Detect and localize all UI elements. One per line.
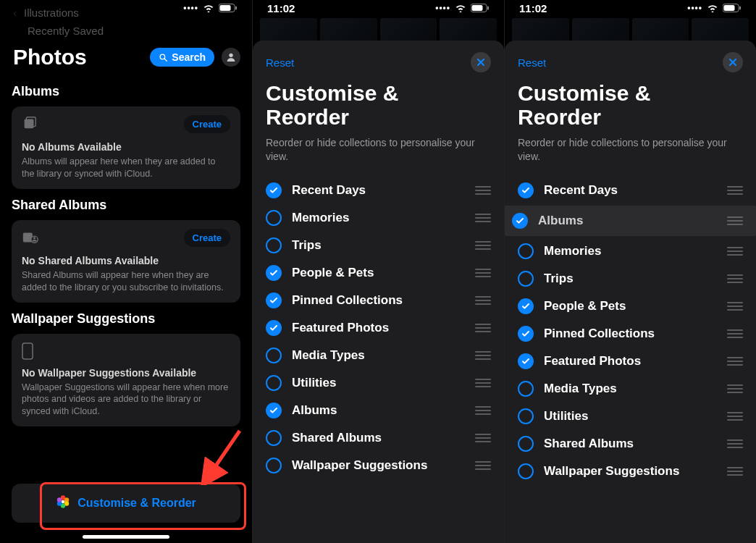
list-item[interactable]: Albums — [505, 206, 756, 236]
list-item[interactable]: Utilities — [266, 369, 491, 397]
checkbox-checked-icon[interactable] — [518, 353, 534, 369]
section-title: Shared Albums — [12, 198, 240, 213]
list-item[interactable]: Memories — [266, 204, 491, 232]
list-item-label: Trips — [544, 272, 717, 286]
drag-handle-icon[interactable] — [727, 467, 743, 476]
drag-handle-icon[interactable] — [727, 274, 743, 283]
list-item[interactable]: Shared Albums — [266, 424, 491, 452]
list-item[interactable]: Wallpaper Suggestions — [266, 452, 491, 479]
checkbox-checked-icon[interactable] — [266, 403, 282, 418]
drag-handle-icon[interactable] — [475, 351, 491, 360]
empty-sub: Wallpaper Suggestions will appear here w… — [22, 382, 230, 418]
checkbox-unchecked-icon[interactable] — [266, 210, 282, 226]
customise-reorder-button[interactable]: Customise & Reorder — [12, 484, 240, 523]
checkbox-checked-icon[interactable] — [266, 320, 282, 336]
close-button[interactable] — [723, 52, 743, 72]
drag-handle-icon[interactable] — [475, 461, 491, 470]
list-item[interactable]: Media Types — [518, 375, 743, 403]
list-item-label: Media Types — [544, 382, 717, 396]
create-button[interactable]: Create — [184, 229, 230, 247]
list-item[interactable]: Media Types — [266, 342, 491, 369]
list-item[interactable]: Pinned Collections — [518, 320, 743, 348]
list-item[interactable]: People & Pets — [266, 259, 491, 287]
home-indicator[interactable] — [83, 535, 169, 539]
drag-handle-icon[interactable] — [727, 247, 743, 256]
reset-button[interactable]: Reset — [266, 56, 294, 69]
list-item[interactable]: Featured Photos — [266, 314, 491, 342]
drag-handle-icon[interactable] — [475, 186, 491, 195]
profile-button[interactable] — [222, 48, 240, 67]
checkbox-checked-icon[interactable] — [266, 265, 282, 281]
search-button[interactable]: Search — [150, 48, 214, 67]
checkbox-unchecked-icon[interactable] — [518, 381, 534, 397]
list-item[interactable]: People & Pets — [518, 292, 743, 320]
drag-handle-icon[interactable] — [475, 241, 491, 250]
list-item[interactable]: Recent Days — [518, 177, 743, 204]
status-bar: 11:02 •••• — [505, 0, 756, 16]
sheet-subtitle: Reorder or hide collections to personali… — [266, 136, 491, 164]
checkbox-checked-icon[interactable] — [518, 298, 534, 314]
checkbox-checked-icon[interactable] — [518, 326, 534, 342]
drag-handle-icon[interactable] — [727, 384, 743, 393]
list-item[interactable]: Pinned Collections — [266, 287, 491, 314]
reorder-list: Recent DaysMemoriesTripsPeople & PetsPin… — [266, 177, 491, 479]
list-item[interactable]: Recent Days — [266, 177, 491, 204]
checkbox-unchecked-icon[interactable] — [266, 430, 282, 446]
list-item[interactable]: Wallpaper Suggestions — [518, 458, 743, 485]
list-item[interactable]: Albums — [266, 397, 491, 424]
empty-heading: No Albums Available — [22, 141, 230, 153]
drag-handle-icon[interactable] — [475, 296, 491, 305]
drag-handle-icon[interactable] — [475, 434, 491, 442]
section-title: Albums — [12, 84, 240, 99]
drag-handle-icon[interactable] — [475, 379, 491, 387]
drag-handle-icon[interactable] — [475, 214, 491, 222]
status-bar: 11:02 •••• — [253, 0, 504, 16]
svg-point-10 — [33, 237, 35, 239]
drag-handle-icon[interactable] — [475, 324, 491, 332]
svg-rect-21 — [472, 5, 483, 11]
checkbox-unchecked-icon[interactable] — [518, 408, 534, 424]
checkbox-unchecked-icon[interactable] — [266, 375, 282, 391]
close-button[interactable] — [471, 52, 491, 72]
page-title: Photos — [13, 45, 87, 70]
checkbox-unchecked-icon[interactable] — [518, 243, 534, 259]
drag-handle-icon[interactable] — [727, 329, 743, 338]
customise-sheet: Reset Customise & Reorder Reorder or hid… — [505, 41, 756, 543]
list-item[interactable]: Utilities — [518, 403, 743, 430]
drag-handle-icon[interactable] — [475, 406, 491, 415]
drag-handle-icon[interactable] — [727, 216, 743, 225]
drag-handle-icon[interactable] — [727, 412, 743, 421]
drag-handle-icon[interactable] — [727, 302, 743, 311]
search-icon — [159, 53, 168, 62]
list-item[interactable]: Trips — [518, 265, 743, 292]
checkbox-checked-icon[interactable] — [266, 182, 282, 198]
list-item[interactable]: Memories — [518, 237, 743, 265]
drag-handle-icon[interactable] — [727, 357, 743, 366]
list-item[interactable]: Trips — [266, 232, 491, 259]
list-item-label: Memories — [544, 244, 717, 258]
drag-handle-icon[interactable] — [475, 269, 491, 277]
wifi-icon — [707, 4, 718, 12]
drag-handle-icon[interactable] — [727, 186, 743, 195]
list-item[interactable]: Shared Albums — [518, 430, 743, 458]
person-icon — [225, 51, 237, 63]
checkbox-unchecked-icon[interactable] — [518, 436, 534, 452]
checkbox-unchecked-icon[interactable] — [266, 348, 282, 363]
list-item[interactable]: Featured Photos — [518, 348, 743, 375]
drag-handle-icon[interactable] — [727, 439, 743, 448]
list-item-label: Utilities — [544, 409, 717, 424]
list-item-label: Featured Photos — [292, 321, 465, 335]
reset-button[interactable]: Reset — [518, 56, 546, 69]
checkbox-checked-icon[interactable] — [266, 292, 282, 308]
checkbox-checked-icon[interactable] — [512, 213, 528, 229]
reorder-list: Recent DaysAlbumsMemoriesTripsPeople & P… — [518, 177, 743, 485]
create-button[interactable]: Create — [184, 115, 230, 133]
search-label: Search — [172, 51, 206, 63]
close-icon — [476, 58, 485, 67]
checkbox-unchecked-icon[interactable] — [518, 463, 534, 479]
checkbox-unchecked-icon[interactable] — [518, 271, 534, 287]
checkbox-unchecked-icon[interactable] — [266, 458, 282, 473]
checkbox-checked-icon[interactable] — [518, 182, 534, 198]
checkbox-unchecked-icon[interactable] — [266, 237, 282, 253]
list-item-label: Shared Albums — [292, 431, 465, 445]
